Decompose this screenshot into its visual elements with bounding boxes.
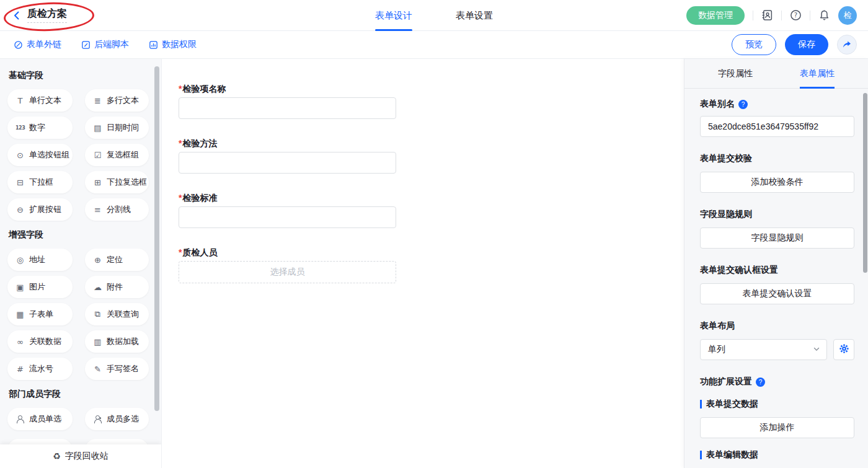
help-badge-icon[interactable]	[756, 377, 765, 387]
properties-panel: 字段属性表单属性 表单别名 表单提交校验添加校验条件字段显隐规则字段显隐规则表单…	[684, 59, 868, 468]
property-section-title-0: 表单提交校验	[700, 153, 854, 164]
palette-item-label: 下拉复选框	[107, 177, 147, 188]
extension-group-header-1: 表单编辑数据	[700, 449, 854, 461]
select-palette-item[interactable]: ⊟下拉框	[7, 171, 73, 193]
attachment-palette-item[interactable]: ☁附件	[85, 276, 149, 298]
serial-number-palette-item[interactable]: #流水号	[7, 358, 73, 380]
toolbar-link-1[interactable]: 后端脚本	[81, 39, 129, 50]
image-palette-item[interactable]: ▣图片	[7, 276, 73, 298]
header-right: 数据管理 ? 检	[686, 6, 857, 25]
contacts-icon[interactable]	[761, 9, 773, 21]
extend-button-icon: ⊖	[16, 205, 25, 214]
palette-grid: 成员单选成员多选	[7, 408, 154, 430]
field-palette-sidebar: 基础字段T单行文本≣多行文本123数字▤日期时间⊙单选按钮组☑复选框组⊟下拉框⊞…	[0, 59, 162, 468]
datetime-icon: ▤	[93, 123, 102, 133]
multi-line-text-palette-item[interactable]: ≣多行文本	[85, 89, 149, 112]
field-input[interactable]	[179, 152, 396, 174]
member-multi-palette-item[interactable]: 成员多选	[85, 408, 149, 430]
location-palette-item[interactable]: ⊕定位	[85, 249, 149, 271]
subform-palette-item[interactable]: ▦子表单	[7, 303, 73, 325]
header-tab-1[interactable]: 表单设置	[456, 0, 493, 31]
linked-query-palette-item[interactable]: ⧉关联查询	[85, 303, 149, 325]
image-icon: ▣	[16, 283, 25, 292]
toolbar-links: 表单外链后端脚本数据权限	[14, 39, 197, 50]
multi-select-palette-item[interactable]: ⊞下拉复选框	[85, 171, 149, 193]
backend-script-icon	[81, 40, 91, 50]
properties-content: 表单别名 表单提交校验添加校验条件字段显隐规则字段显隐规则表单提交确认框设置表单…	[684, 99, 868, 468]
palette-item-label: 单选按钮组	[29, 149, 69, 161]
toolbar-link-2[interactable]: 数据权限	[149, 39, 197, 50]
help-badge-icon[interactable]	[738, 100, 748, 109]
user-avatar[interactable]: 检	[838, 6, 857, 25]
property-section-button-2[interactable]: 表单提交确认设置	[700, 283, 854, 304]
form-alias-input[interactable]	[700, 116, 854, 137]
share-arrow-icon	[842, 40, 852, 50]
extension-groups: 表单提交数据添加操作表单编辑数据添加操作	[700, 399, 854, 468]
save-button[interactable]: 保存	[785, 34, 828, 55]
member-multi-icon	[93, 415, 102, 423]
linked-query-icon: ⧉	[93, 309, 102, 319]
single-line-text-icon: T	[16, 96, 25, 105]
property-section-button-1[interactable]: 字段显隐规则	[700, 227, 854, 249]
back-button[interactable]	[12, 11, 21, 20]
divider	[781, 11, 782, 20]
toolbar-actions: 预览 保存	[732, 34, 857, 55]
data-manage-button[interactable]: 数据管理	[686, 6, 745, 25]
palette-grid: ◎地址⊕定位▣图片☁附件▦子表单⧉关联查询∞关联数据▥数据加载#流水号✎手写签名	[7, 249, 154, 380]
share-button[interactable]	[837, 35, 857, 55]
datetime-palette-item[interactable]: ▤日期时间	[85, 117, 149, 139]
header-tabs: 表单设计表单设置	[375, 0, 493, 31]
preview-button[interactable]: 预览	[732, 34, 776, 55]
page-title[interactable]: 质检方案	[27, 7, 67, 23]
panel-scrollbar[interactable]	[863, 93, 867, 273]
field-input[interactable]	[179, 206, 396, 228]
layout-settings-button[interactable]	[833, 339, 854, 360]
sidebar-scrollbar[interactable]	[154, 66, 159, 411]
extension-group-title: 表单提交数据	[706, 399, 758, 410]
data-load-palette-item[interactable]: ▥数据加载	[85, 330, 149, 353]
extension-group-button-0[interactable]: 添加操作	[700, 417, 854, 438]
number-palette-item[interactable]: 123数字	[7, 117, 73, 139]
blue-bar-icon	[700, 400, 702, 408]
multi-line-text-icon: ≣	[93, 96, 102, 105]
address-palette-item[interactable]: ◎地址	[7, 249, 73, 271]
palette-section-title: 基础字段	[9, 70, 154, 81]
extension-settings-label: 功能扩展设置	[700, 376, 752, 387]
linked-data-palette-item[interactable]: ∞关联数据	[7, 330, 73, 353]
chevron-down-icon	[813, 345, 820, 355]
canvas-field-0[interactable]: *检验项名称	[179, 82, 684, 119]
field-input[interactable]	[179, 97, 396, 119]
field-recycle-bin-button[interactable]: ♻ 字段回收站	[0, 444, 161, 468]
recycle-bin-label: 字段回收站	[65, 451, 108, 462]
palette-item-label: 成员单选	[29, 413, 61, 425]
signature-palette-item[interactable]: ✎手写签名	[85, 358, 149, 380]
properties-tab-1[interactable]: 表单属性	[800, 59, 835, 89]
radio-group-palette-item[interactable]: ⊙单选按钮组	[7, 144, 73, 166]
canvas-field-2[interactable]: *检验标准	[179, 192, 684, 228]
divider-palette-item[interactable]: ≡分割线	[85, 198, 149, 221]
palette-item-label: 附件	[107, 281, 123, 293]
checkbox-group-palette-item[interactable]: ☑复选框组	[85, 144, 149, 166]
properties-tab-0[interactable]: 字段属性	[718, 59, 753, 89]
palette-item-label: 手写签名	[107, 363, 139, 374]
extend-button-palette-item[interactable]: ⊖扩展按钮	[7, 198, 73, 221]
required-asterisk: *	[179, 247, 182, 257]
member-picker-button[interactable]: 选择成员	[179, 261, 396, 283]
member-single-palette-item[interactable]: 成员单选	[7, 408, 73, 430]
bell-icon[interactable]	[818, 9, 830, 21]
header-tab-0[interactable]: 表单设计	[375, 0, 412, 31]
canvas-field-3[interactable]: *质检人员选择成员	[179, 246, 684, 283]
palette-item-label: 数据加载	[107, 336, 139, 347]
single-line-text-palette-item[interactable]: T单行文本	[7, 89, 73, 112]
palette-item-label: 定位	[107, 254, 123, 265]
form-layout-select[interactable]: 单列	[700, 339, 827, 360]
canvas-field-1[interactable]: *检验方法	[179, 137, 684, 174]
required-asterisk: *	[179, 193, 182, 203]
toolbar-link-0[interactable]: 表单外链	[14, 39, 61, 50]
number-icon: 123	[16, 125, 25, 131]
palette-section-title: 部门成员字段	[9, 389, 154, 400]
property-section-button-0[interactable]: 添加校验条件	[700, 172, 854, 193]
toolbar-link-label: 数据权限	[162, 39, 197, 50]
help-icon[interactable]: ?	[790, 9, 802, 21]
external-link-icon	[14, 40, 23, 50]
